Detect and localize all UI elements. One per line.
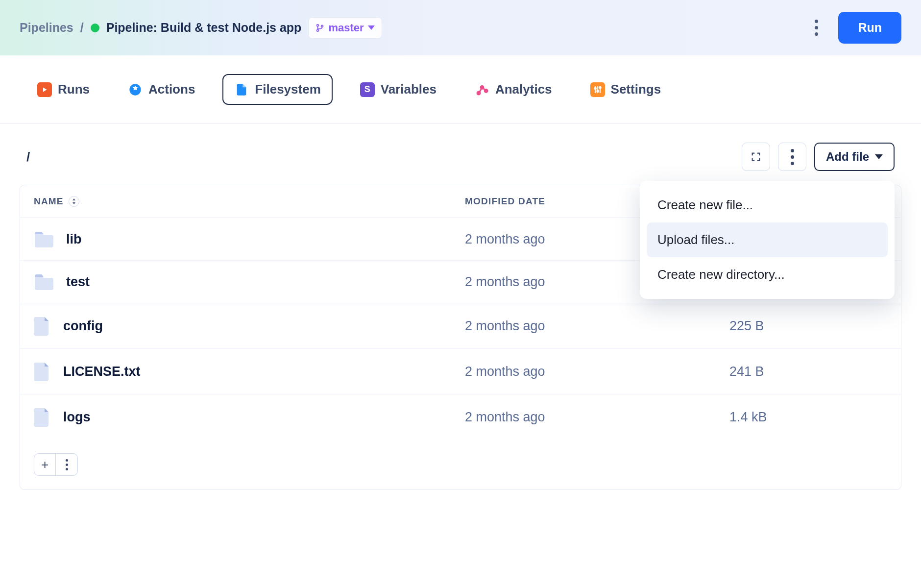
filesystem-toolbar: / Add file Create new file... Upload fil…	[0, 124, 921, 176]
app-header: Pipelines / Pipeline: Build & test Node.…	[0, 0, 921, 55]
svg-point-1	[317, 29, 319, 31]
runs-icon	[37, 82, 52, 97]
breadcrumb-root[interactable]: Pipelines	[20, 21, 73, 35]
file-icon	[34, 362, 50, 381]
tabs-bar: Runs Actions Filesystem S Variables Anal…	[0, 55, 921, 124]
pipeline-title[interactable]: Pipeline: Build & test Node.js app	[106, 21, 302, 35]
expand-icon	[751, 151, 761, 162]
file-name: logs	[63, 410, 91, 425]
add-file-label: Add file	[826, 150, 869, 164]
sort-icon[interactable]	[69, 196, 79, 207]
cell-name: logs	[34, 407, 465, 427]
tab-runs[interactable]: Runs	[26, 75, 100, 104]
cell-name: LICENSE.txt	[34, 362, 465, 381]
cell-name: lib	[34, 231, 465, 247]
cell-modified: 2 months ago	[465, 364, 671, 379]
header-left: Pipelines / Pipeline: Build & test Node.…	[20, 17, 382, 39]
kebab-icon	[791, 149, 794, 165]
table-row[interactable]: logs2 months ago1.4 kB	[20, 394, 901, 440]
cell-size: 241 B	[671, 364, 887, 379]
table-row[interactable]: LICENSE.txt2 months ago241 B	[20, 349, 901, 394]
plus-icon: +	[41, 457, 48, 472]
svg-point-0	[317, 24, 319, 26]
add-file-dropdown: Create new file... Upload files... Creat…	[640, 181, 895, 299]
branch-icon	[315, 24, 324, 32]
column-header-name-label: NAME	[34, 196, 64, 207]
tab-runs-label: Runs	[58, 82, 90, 97]
kebab-icon	[815, 20, 818, 36]
path-breadcrumb[interactable]: /	[26, 149, 30, 165]
cell-modified: 2 months ago	[465, 318, 671, 334]
tab-filesystem[interactable]: Filesystem	[222, 74, 332, 105]
folder-icon	[34, 231, 53, 247]
sliders-icon	[590, 82, 605, 97]
footer-add-button[interactable]: +	[34, 454, 56, 475]
chevron-down-icon	[875, 154, 883, 159]
toolbar-more-button[interactable]	[778, 143, 806, 171]
footer-more-button[interactable]	[56, 454, 77, 475]
column-header-name[interactable]: NAME	[34, 196, 465, 207]
table-footer-actions: +	[34, 453, 78, 476]
cell-modified: 2 months ago	[465, 410, 671, 425]
svg-marker-3	[43, 87, 47, 92]
file-name: LICENSE.txt	[63, 364, 141, 379]
chevron-down-icon	[368, 25, 375, 30]
cell-name: config	[34, 316, 465, 336]
svg-point-8	[594, 87, 596, 89]
expand-button[interactable]	[742, 143, 770, 171]
tab-settings-label: Settings	[611, 82, 661, 97]
run-button[interactable]: Run	[838, 12, 901, 44]
svg-point-9	[597, 90, 598, 92]
cell-size: 1.4 kB	[671, 410, 887, 425]
file-icon	[234, 82, 249, 97]
tab-settings[interactable]: Settings	[580, 75, 672, 104]
svg-point-10	[599, 87, 601, 88]
breadcrumb-separator: /	[80, 21, 84, 35]
gear-icon	[128, 82, 143, 97]
file-name: test	[66, 274, 90, 290]
tab-filesystem-label: Filesystem	[255, 82, 320, 97]
tab-variables[interactable]: S Variables	[349, 75, 447, 104]
status-dot-icon	[91, 24, 99, 32]
add-file-button[interactable]: Add file	[814, 143, 895, 171]
branch-label: master	[328, 22, 364, 34]
file-icon	[34, 407, 50, 427]
tab-actions[interactable]: Actions	[117, 75, 206, 104]
folder-icon	[34, 273, 53, 290]
kebab-icon	[66, 459, 68, 470]
cell-name: test	[34, 273, 465, 290]
file-name: lib	[66, 232, 82, 247]
branch-selector[interactable]: master	[308, 17, 382, 39]
tab-analytics[interactable]: Analytics	[464, 75, 563, 104]
analytics-icon	[475, 82, 489, 97]
cell-size: 225 B	[671, 318, 887, 334]
header-right: Run	[805, 12, 901, 44]
tab-analytics-label: Analytics	[495, 82, 552, 97]
table-row[interactable]: config2 months ago225 B	[20, 303, 901, 349]
svg-point-5	[477, 92, 480, 95]
file-name: config	[63, 318, 103, 334]
tab-variables-label: Variables	[381, 82, 436, 97]
svg-point-2	[321, 25, 323, 27]
tab-actions-label: Actions	[148, 82, 195, 97]
toolbar-right: Add file Create new file... Upload files…	[742, 143, 895, 171]
dropdown-item-create-file[interactable]: Create new file...	[647, 188, 888, 222]
file-icon	[34, 316, 50, 336]
dropdown-item-create-directory[interactable]: Create new directory...	[647, 257, 888, 292]
variables-icon: S	[360, 82, 375, 97]
dropdown-item-upload-files[interactable]: Upload files...	[647, 222, 888, 257]
header-more-button[interactable]	[805, 17, 827, 39]
